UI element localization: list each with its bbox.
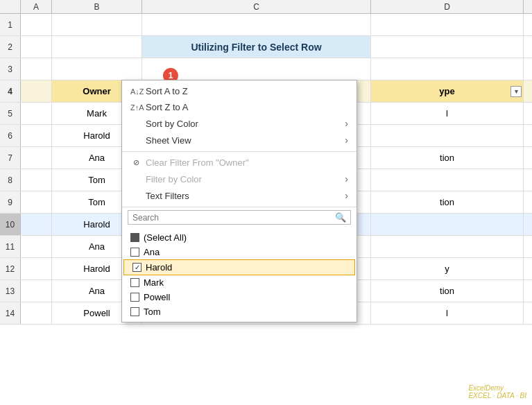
cell: [21, 14, 52, 35]
filter-by-color-label: Filter by Color: [146, 174, 202, 184]
checkbox-select-all-icon: [130, 233, 139, 242]
cell: [21, 169, 52, 191]
cell: [371, 214, 524, 235]
col-header-d: D: [371, 0, 524, 13]
row-num: 6: [0, 125, 21, 146]
text-filters-item[interactable]: Text Filters: [122, 187, 357, 204]
cell: l: [371, 103, 524, 124]
sort-az-icon: A↓Z: [130, 87, 141, 96]
row-num: 1: [0, 14, 21, 35]
search-icon: 🔍: [335, 212, 346, 223]
owner-label: Owner: [83, 86, 110, 96]
row-num: 11: [0, 236, 21, 257]
type-filter-button[interactable]: ▾: [510, 86, 522, 97]
row-num: 2: [0, 36, 21, 58]
cell: [21, 103, 52, 124]
row-num: 3: [0, 58, 21, 80]
sort-za-item[interactable]: Z↑A Sort Z to A: [122, 99, 357, 115]
cell: [21, 36, 52, 58]
watermark: ExcelDemyEXCEL · DATA · BI: [468, 384, 526, 399]
cell: tion: [371, 147, 524, 169]
checkbox-mark-icon: [130, 278, 139, 287]
row-num-header: [0, 0, 21, 13]
col-header-b: B: [52, 0, 142, 13]
sort-za-label: Sort Z to A: [146, 102, 188, 112]
col-header-a: A: [21, 0, 52, 13]
column-headers: A B C D: [0, 0, 532, 14]
cell: [371, 236, 524, 257]
filter-by-color-item: Filter by Color: [122, 171, 357, 187]
checkbox-harold-label: Harold: [146, 262, 172, 273]
checkbox-tom-icon: [130, 307, 139, 316]
row-num: 7: [0, 147, 21, 169]
checkbox-powell[interactable]: Powell: [122, 290, 357, 304]
checkbox-mark-label: Mark: [144, 277, 164, 288]
title-cell: Utilizing Filter to Select Row: [142, 36, 371, 58]
checkbox-harold[interactable]: ✓ Harold: [123, 259, 355, 275]
cell: [21, 302, 52, 324]
cell: tion: [371, 191, 524, 213]
row-num: 14: [0, 302, 21, 324]
col-header-c: C: [142, 0, 371, 13]
sheet-view-label: Sheet View: [146, 135, 191, 146]
cell: [52, 14, 142, 35]
checkbox-mark[interactable]: Mark: [122, 275, 357, 290]
cell: [371, 169, 524, 191]
cell: [21, 280, 52, 302]
spreadsheet: A B C D 1 2 Utilizing Filter to Select R…: [0, 0, 532, 405]
cell: [142, 14, 371, 35]
cell: [371, 14, 524, 35]
row-num: 10: [0, 214, 21, 235]
checkbox-harold-icon: ✓: [132, 263, 141, 272]
cell: [21, 191, 52, 213]
checkbox-tom-label: Tom: [144, 307, 161, 317]
checkbox-list: (Select All) Ana ✓ Harold Mark Powell: [122, 227, 357, 322]
cell: [21, 214, 52, 235]
sort-za-icon: Z↑A: [130, 103, 141, 112]
cell: [21, 125, 52, 146]
checkbox-ana-icon: [130, 248, 139, 257]
row-num: 8: [0, 169, 21, 191]
checkbox-ana[interactable]: Ana: [122, 245, 357, 259]
type-header-cell: ype ▾: [371, 80, 524, 102]
table-row: 3: [0, 58, 532, 80]
cell: [21, 147, 52, 169]
table-row: 1: [0, 14, 532, 36]
row-num: 9: [0, 191, 21, 213]
cell: [52, 36, 142, 58]
row-num: 4: [0, 80, 21, 102]
sort-az-item[interactable]: A↓Z Sort A to Z: [122, 83, 357, 99]
clear-filter-label: Clear Filter From "Owner": [146, 157, 249, 168]
checkbox-select-all[interactable]: (Select All): [122, 230, 357, 245]
cell: [371, 58, 524, 80]
cell: [21, 80, 52, 102]
checkbox-powell-icon: [130, 293, 139, 302]
row-num: 13: [0, 280, 21, 302]
search-box[interactable]: 🔍: [128, 210, 351, 225]
checkbox-ana-label: Ana: [144, 247, 160, 257]
cell: [21, 236, 52, 257]
sheet-view-item[interactable]: Sheet View: [122, 132, 357, 148]
cell: y: [371, 258, 524, 279]
row-num: 12: [0, 258, 21, 279]
cell: l: [371, 302, 524, 324]
checkbox-tom[interactable]: Tom: [122, 304, 357, 319]
sort-by-color-label: Sort by Color: [146, 119, 198, 129]
row-num: 5: [0, 103, 21, 124]
checkbox-select-all-label: (Select All): [144, 232, 187, 243]
search-input[interactable]: [132, 213, 335, 223]
cell: [371, 125, 524, 146]
cell: [21, 58, 52, 80]
cell: tion: [371, 280, 524, 302]
cell: [371, 36, 524, 58]
type-label: ype: [439, 86, 454, 96]
sort-by-color-item[interactable]: Sort by Color: [122, 115, 357, 132]
filter-section: ⊘ Clear Filter From "Owner" Filter by Co…: [122, 152, 357, 207]
clear-filter-item: ⊘ Clear Filter From "Owner": [122, 155, 357, 171]
filter-dropdown-menu: A↓Z Sort A to Z Z↑A Sort Z to A Sort by …: [121, 80, 357, 322]
cell: [21, 258, 52, 279]
clear-filter-icon: ⊘: [130, 158, 141, 167]
sort-section: A↓Z Sort A to Z Z↑A Sort Z to A Sort by …: [122, 80, 357, 152]
checkbox-powell-label: Powell: [144, 292, 170, 302]
sort-az-label: Sort A to Z: [146, 86, 188, 96]
